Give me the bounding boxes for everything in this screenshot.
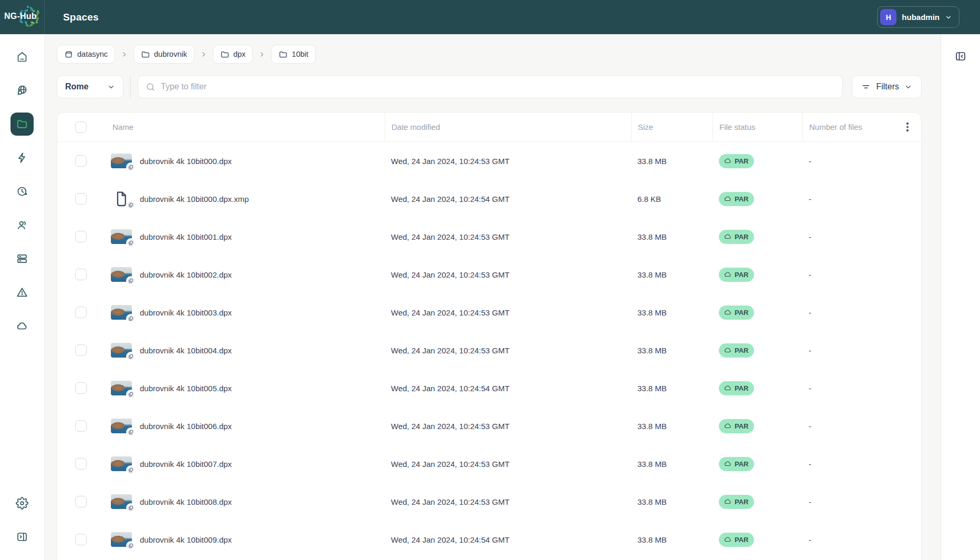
search-icon xyxy=(146,82,156,92)
panel-collapse-icon xyxy=(954,50,967,63)
sidebar-item-spaces[interactable] xyxy=(11,113,34,136)
file-date-modified: Wed, 24 Jan 2024, 10:24:54 GMT xyxy=(385,195,631,203)
row-checkbox[interactable] xyxy=(75,382,87,394)
row-checkbox[interactable] xyxy=(75,155,87,167)
file-name[interactable]: dubrovnik 4k 10bit001.dpx xyxy=(140,232,232,241)
file-thumbnail xyxy=(111,494,132,509)
table-row[interactable]: dubrovnik 4k 10bit004.dpx Wed, 24 Jan 20… xyxy=(57,331,921,369)
file-name[interactable]: dubrovnik 4k 10bit007.dpx xyxy=(140,460,232,469)
table-row[interactable]: dubrovnik 4k 10bit005.dpx Wed, 24 Jan 20… xyxy=(57,369,921,407)
search-input[interactable] xyxy=(161,82,835,91)
file-date-modified: Wed, 24 Jan 2024, 10:24:53 GMT xyxy=(385,232,631,241)
sidebar-item-cloud[interactable] xyxy=(11,314,34,338)
file-name[interactable]: dubrovnik 4k 10bit008.dpx xyxy=(140,497,232,506)
row-checkbox[interactable] xyxy=(75,231,87,242)
row-checkbox[interactable] xyxy=(75,458,87,470)
panel-expand-icon xyxy=(16,531,28,543)
chevron-down-icon xyxy=(945,14,952,21)
file-size: 33.8 MB xyxy=(631,460,713,469)
file-status-badge: PAR xyxy=(719,343,754,358)
collapse-panel-button[interactable] xyxy=(952,48,969,64)
file-name[interactable]: dubrovnik 4k 10bit004.dpx xyxy=(140,346,232,355)
file-name[interactable]: dubrovnik 4k 10bit003.dpx xyxy=(140,308,232,317)
file-status-label: PAR xyxy=(735,157,748,165)
breadcrumb-separator xyxy=(121,51,128,58)
breadcrumb-item-dpx[interactable]: dpx xyxy=(213,45,253,64)
row-checkbox[interactable] xyxy=(75,420,87,432)
search-box xyxy=(138,75,843,98)
cloud-status-icon xyxy=(725,310,731,315)
file-name[interactable]: dubrovnik 4k 10bit009.dpx xyxy=(140,535,232,544)
row-checkbox[interactable] xyxy=(75,269,87,280)
sidebar-item-automations[interactable] xyxy=(11,146,34,169)
sidebar-item-activity[interactable] xyxy=(11,180,34,203)
filters-button[interactable]: Filters xyxy=(852,75,922,98)
table-row[interactable]: dubrovnik 4k 10bit008.dpx Wed, 24 Jan 20… xyxy=(57,483,921,521)
sidebar-item-users[interactable] xyxy=(11,213,34,237)
file-name[interactable]: dubrovnik 4k 10bit000.dpx.xmp xyxy=(140,195,249,203)
file-status-label: PAR xyxy=(735,309,748,317)
table-row[interactable]: dubrovnik 4k 10bit002.dpx Wed, 24 Jan 20… xyxy=(57,256,921,293)
file-table: Name Date modified Size File status Numb… xyxy=(57,112,922,560)
file-name[interactable]: dubrovnik 4k 10bit006.dpx xyxy=(140,422,232,431)
column-header-file-status[interactable]: File status xyxy=(713,113,802,141)
number-of-files: - xyxy=(802,384,894,393)
warning-triangle-icon xyxy=(16,286,28,299)
space-selector[interactable]: Rome xyxy=(57,75,123,98)
column-header-size[interactable]: Size xyxy=(631,113,713,141)
column-header-name[interactable]: Name xyxy=(105,113,385,141)
select-all-checkbox[interactable] xyxy=(75,121,87,133)
file-status-badge: PAR xyxy=(719,306,754,320)
table-row[interactable]: dubrovnik 4k 10bit009.dpx Wed, 24 Jan 20… xyxy=(57,521,921,558)
table-row[interactable]: dubrovnik 4k 10bit006.dpx Wed, 24 Jan 20… xyxy=(57,407,921,445)
table-row[interactable]: dubrovnik 4k 10bit003.dpx Wed, 24 Jan 20… xyxy=(57,293,921,331)
number-of-files: - xyxy=(802,195,894,203)
folder-icon xyxy=(141,50,150,59)
sidebar-item-settings[interactable] xyxy=(11,492,34,515)
file-name[interactable]: dubrovnik 4k 10bit005.dpx xyxy=(140,384,232,393)
row-checkbox[interactable] xyxy=(75,534,87,545)
sidebar-item-home[interactable] xyxy=(11,45,34,68)
table-row[interactable]: dubrovnik 4k 10bit007.dpx Wed, 24 Jan 20… xyxy=(57,445,921,483)
globe-search-icon xyxy=(16,84,28,97)
breadcrumb-item-datasync[interactable]: datasync xyxy=(57,45,115,64)
row-checkbox[interactable] xyxy=(75,496,87,507)
cloud-status-icon xyxy=(725,385,731,391)
sidebar-item-storage[interactable] xyxy=(11,247,34,270)
user-menu[interactable]: H hubadmin xyxy=(877,6,960,28)
copy-badge-icon xyxy=(126,465,136,475)
breadcrumb-item-10bit[interactable]: 10bit xyxy=(271,45,315,64)
file-status-badge: PAR xyxy=(719,419,754,433)
app-logo[interactable]: NG-Hub ™ xyxy=(0,0,45,34)
file-name[interactable]: dubrovnik 4k 10bit002.dpx xyxy=(140,270,232,279)
row-checkbox[interactable] xyxy=(75,307,87,318)
column-header-number-of-files[interactable]: Number of files xyxy=(802,113,894,141)
column-header-date-modified[interactable]: Date modified xyxy=(385,113,631,141)
folder-icon xyxy=(278,50,287,59)
sidebar-item-discover[interactable] xyxy=(11,79,34,102)
table-options-menu-icon[interactable] xyxy=(906,123,909,131)
folder-icon xyxy=(220,50,229,59)
table-row[interactable]: dubrovnik 4k 10bit000.dpx Wed, 24 Jan 20… xyxy=(57,142,921,180)
number-of-files: - xyxy=(802,535,894,544)
file-date-modified: Wed, 24 Jan 2024, 10:24:53 GMT xyxy=(385,346,631,355)
file-thumbnail xyxy=(111,532,132,547)
cloud-status-icon xyxy=(725,234,731,239)
cloud-status-icon xyxy=(725,348,731,353)
sidebar-item-alerts[interactable] xyxy=(11,281,34,304)
file-status-label: PAR xyxy=(735,498,748,506)
home-icon xyxy=(16,50,28,63)
file-status-badge: PAR xyxy=(719,457,754,471)
space-icon xyxy=(64,50,73,59)
breadcrumb-item-dubrovnik[interactable]: dubrovnik xyxy=(133,45,194,64)
table-row[interactable]: dubrovnik 4k 10bit000.dpx.xmp Wed, 24 Ja… xyxy=(57,180,921,218)
file-date-modified: Wed, 24 Jan 2024, 10:24:53 GMT xyxy=(385,497,631,506)
file-name[interactable]: dubrovnik 4k 10bit000.dpx xyxy=(140,157,232,166)
table-row[interactable]: dubrovnik 4k 10bit001.dpx Wed, 24 Jan 20… xyxy=(57,218,921,256)
file-thumbnail xyxy=(111,419,132,433)
row-checkbox[interactable] xyxy=(75,344,87,356)
sidebar-item-expand[interactable] xyxy=(11,525,34,548)
file-thumbnail xyxy=(111,343,132,358)
number-of-files: - xyxy=(802,270,894,279)
row-checkbox[interactable] xyxy=(75,193,87,205)
